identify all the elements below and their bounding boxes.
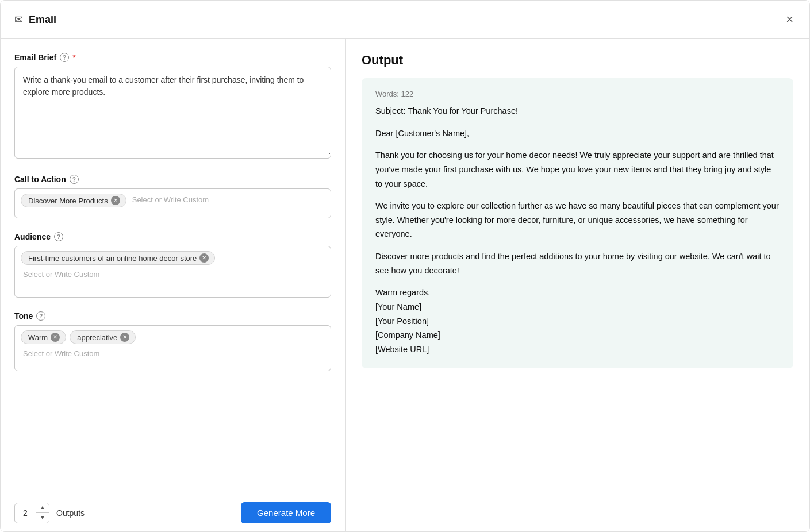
tone-tags-row: Warm ✕ appreciative ✕ (21, 330, 325, 344)
modal-header: ✉ Email × (1, 1, 809, 39)
output-closing-line2: [Your Name] (375, 302, 421, 311)
output-title: Output (362, 53, 793, 68)
tone-input[interactable]: Warm ✕ appreciative ✕ Select or Write Cu… (14, 325, 331, 371)
modal-title: Email (29, 14, 56, 26)
output-text: Subject: Thank You for Your Purchase! De… (375, 104, 780, 357)
output-paragraph3: Discover more products and find the perf… (375, 249, 780, 277)
email-brief-section: Email Brief ? * Write a thank-you email … (14, 53, 331, 161)
outputs-label: Outputs (56, 508, 85, 518)
output-greeting: Dear [Customer's Name], (375, 126, 780, 141)
audience-input[interactable]: First-time customers of an online home d… (14, 246, 331, 298)
call-to-action-help-icon[interactable]: ? (70, 175, 79, 184)
word-count: Words: 122 (375, 90, 780, 98)
stepper-up-button[interactable]: ▲ (36, 503, 49, 513)
generate-more-button[interactable]: Generate More (241, 502, 331, 523)
tone-tag-appreciative: appreciative ✕ (70, 330, 136, 344)
audience-section: Audience ? First-time customers of an on… (14, 232, 331, 298)
tone-placeholder: Select or Write Custom (21, 348, 325, 360)
modal-title-area: ✉ Email (14, 13, 56, 26)
output-closing-line3: [Your Position] (375, 317, 429, 326)
output-card: Words: 122 Subject: Thank You for Your P… (362, 78, 793, 368)
tone-tag-appreciative-remove[interactable]: ✕ (120, 333, 129, 342)
close-button[interactable]: × (784, 11, 796, 28)
output-paragraph1: Thank you for choosing us for your home … (375, 148, 780, 191)
stepper-buttons: ▲ ▼ (36, 503, 49, 523)
call-to-action-section: Call to Action ? Discover More Products … (14, 175, 331, 218)
tone-tag-warm-remove[interactable]: ✕ (51, 333, 60, 342)
left-bottom-bar: 2 ▲ ▼ Outputs Generate More (1, 494, 345, 531)
required-indicator: * (72, 53, 75, 62)
audience-tag-first-time: First-time customers of an online home d… (21, 251, 215, 265)
cta-tag-discover-remove[interactable]: ✕ (111, 196, 120, 205)
modal-body: Email Brief ? * Write a thank-you email … (1, 39, 809, 531)
audience-tag-first-time-remove[interactable]: ✕ (199, 253, 209, 263)
audience-tags-row: First-time customers of an online home d… (21, 251, 325, 265)
output-closing-line1: Warm regards, (375, 288, 430, 297)
right-panel: Output Words: 122 Subject: Thank You for… (346, 39, 809, 531)
output-closing-line4: [Company Name] (375, 330, 440, 340)
output-subject: Subject: Thank You for Your Purchase! (375, 104, 780, 118)
output-paragraph2: We invite you to explore our collection … (375, 199, 780, 241)
tone-section: Tone ? Warm ✕ appreciative ✕ (14, 311, 331, 371)
email-brief-help-icon[interactable]: ? (60, 53, 69, 62)
call-to-action-input[interactable]: Discover More Products ✕ Select or Write… (14, 188, 331, 218)
email-brief-textarea[interactable]: Write a thank-you email to a customer af… (14, 67, 331, 159)
audience-placeholder: Select or Write Custom (21, 268, 325, 280)
call-to-action-label: Call to Action ? (14, 175, 331, 184)
outputs-value: 2 (15, 508, 36, 518)
stepper-down-button[interactable]: ▼ (36, 513, 49, 523)
tone-tag-warm: Warm ✕ (21, 330, 66, 344)
left-scroll: Email Brief ? * Write a thank-you email … (1, 39, 345, 494)
tone-help-icon[interactable]: ? (36, 311, 45, 321)
email-brief-label: Email Brief ? * (14, 53, 331, 62)
audience-help-icon[interactable]: ? (54, 232, 63, 241)
outputs-stepper[interactable]: 2 ▲ ▼ (14, 503, 49, 523)
email-icon: ✉ (14, 13, 23, 26)
audience-label: Audience ? (14, 232, 331, 241)
left-panel: Email Brief ? * Write a thank-you email … (1, 39, 346, 531)
cta-tag-discover: Discover More Products ✕ (21, 194, 126, 207)
tone-label: Tone ? (14, 311, 331, 321)
output-closing: Warm regards, [Your Name] [Your Position… (375, 286, 780, 356)
output-closing-line5: [Website URL] (375, 345, 429, 354)
cta-placeholder: Select or Write Custom (130, 194, 211, 206)
